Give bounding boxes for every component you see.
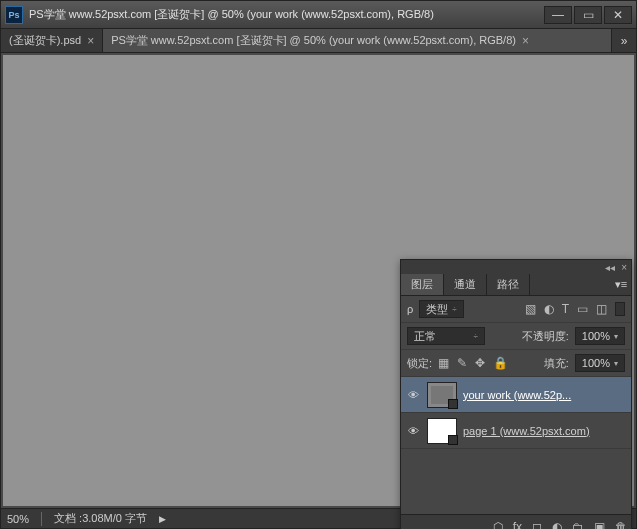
new-group-icon[interactable]: 🗀 [572, 520, 584, 530]
app-window: Ps PS学堂 www.52psxt.com [圣诞贺卡] @ 50% (you… [0, 0, 637, 529]
visibility-icon[interactable]: 👁 [405, 389, 421, 401]
layer-name[interactable]: page 1 (www.52psxt.com) [463, 425, 627, 437]
close-button[interactable]: ✕ [604, 6, 632, 24]
lock-paint-icon[interactable]: ✎ [457, 356, 467, 370]
close-icon[interactable]: × [522, 34, 529, 48]
doc-info[interactable]: 文档 :3.08M/0 字节 [54, 511, 147, 526]
panel-titlebar[interactable]: ◂◂ × [401, 260, 631, 274]
tab-layers[interactable]: 图层 [401, 274, 444, 295]
search-icon[interactable]: ρ [407, 303, 413, 315]
link-layers-icon[interactable]: ⬡ [493, 520, 503, 530]
new-layer-icon[interactable]: ▣ [594, 520, 605, 530]
filter-pixel-icon[interactable]: ▧ [525, 302, 536, 316]
layer-style-icon[interactable]: fx [513, 520, 522, 530]
doc-tab-label: (圣诞贺卡).psd [9, 33, 81, 48]
layer-thumbnail[interactable] [427, 418, 457, 444]
tab-paths[interactable]: 路径 [487, 274, 530, 295]
lock-label: 锁定: [407, 356, 432, 371]
lock-row: 锁定: ▦ ✎ ✥ 🔒 填充: 100% ▾ [401, 350, 631, 377]
doc-tab-label: PS学堂 www.52psxt.com [圣诞贺卡] @ 50% (your w… [111, 33, 516, 48]
panel-tabs: 图层 通道 路径 ▾≡ [401, 274, 631, 296]
opacity-input[interactable]: 100% ▾ [575, 327, 625, 345]
layer-row[interactable]: 👁 page 1 (www.52psxt.com) [401, 413, 631, 449]
maximize-button[interactable]: ▭ [574, 6, 602, 24]
chevron-down-icon: ▾ [614, 359, 618, 368]
layer-thumbnail[interactable] [427, 382, 457, 408]
fill-label: 填充: [544, 356, 569, 371]
layer-mask-icon[interactable]: ◻ [532, 520, 542, 530]
filter-type-icon[interactable]: T [562, 302, 569, 316]
minimize-button[interactable]: ― [544, 6, 572, 24]
lock-move-icon[interactable]: ✥ [475, 356, 485, 370]
layers-list: 👁 your work (www.52p... 👁 page 1 (www.52… [401, 377, 631, 514]
chevron-down-icon: ÷ [452, 305, 456, 314]
blend-row: 正常 ÷ 不透明度: 100% ▾ [401, 323, 631, 350]
layer-name[interactable]: your work (www.52p... [463, 389, 627, 401]
doc-tab-inactive[interactable]: (圣诞贺卡).psd × [1, 29, 103, 52]
filter-shape-icon[interactable]: ▭ [577, 302, 588, 316]
app-logo: Ps [5, 6, 23, 24]
filter-toggle[interactable] [615, 302, 625, 316]
layer-filter-row: ρ 类型 ÷ ▧ ◐ T ▭ ◫ [401, 296, 631, 323]
lock-all-icon[interactable]: 🔒 [493, 356, 508, 370]
chevron-down-icon: ÷ [474, 332, 478, 341]
panel-menu-button[interactable]: ▾≡ [611, 274, 631, 295]
layers-panel-footer: ⬡ fx ◻ ◐ 🗀 ▣ 🗑 [401, 514, 631, 529]
tabs-overflow-button[interactable]: » [612, 29, 636, 52]
doc-info-menu-icon[interactable]: ▶ [159, 514, 166, 524]
doc-tab-active[interactable]: PS学堂 www.52psxt.com [圣诞贺卡] @ 50% (your w… [103, 29, 612, 52]
filter-smart-icon[interactable]: ◫ [596, 302, 607, 316]
chevron-down-icon: ▾ [614, 332, 618, 341]
adjustment-layer-icon[interactable]: ◐ [552, 520, 562, 530]
zoom-level[interactable]: 50% [7, 513, 29, 525]
window-title: PS学堂 www.52psxt.com [圣诞贺卡] @ 50% (your w… [29, 7, 544, 22]
lock-trans-icon[interactable]: ▦ [438, 356, 449, 370]
titlebar: Ps PS学堂 www.52psxt.com [圣诞贺卡] @ 50% (you… [1, 1, 636, 29]
filter-kind-select[interactable]: 类型 ÷ [419, 300, 463, 318]
layer-row[interactable]: 👁 your work (www.52p... [401, 377, 631, 413]
close-icon[interactable]: × [87, 34, 94, 48]
window-controls: ― ▭ ✕ [544, 6, 632, 24]
panel-close-icon[interactable]: × [621, 262, 627, 273]
collapse-icon[interactable]: ◂◂ [605, 262, 615, 273]
main-area: ◂◂ × 图层 通道 路径 ▾≡ ρ 类型 ÷ ▧ ◐ T [1, 53, 636, 508]
filter-adjust-icon[interactable]: ◐ [544, 302, 554, 316]
delete-layer-icon[interactable]: 🗑 [615, 520, 627, 530]
layers-panel: ◂◂ × 图层 通道 路径 ▾≡ ρ 类型 ÷ ▧ ◐ T [400, 259, 632, 529]
document-tabs: (圣诞贺卡).psd × PS学堂 www.52psxt.com [圣诞贺卡] … [1, 29, 636, 53]
blend-mode-select[interactable]: 正常 ÷ [407, 327, 485, 345]
visibility-icon[interactable]: 👁 [405, 425, 421, 437]
tab-channels[interactable]: 通道 [444, 274, 487, 295]
fill-input[interactable]: 100% ▾ [575, 354, 625, 372]
opacity-label: 不透明度: [522, 329, 569, 344]
